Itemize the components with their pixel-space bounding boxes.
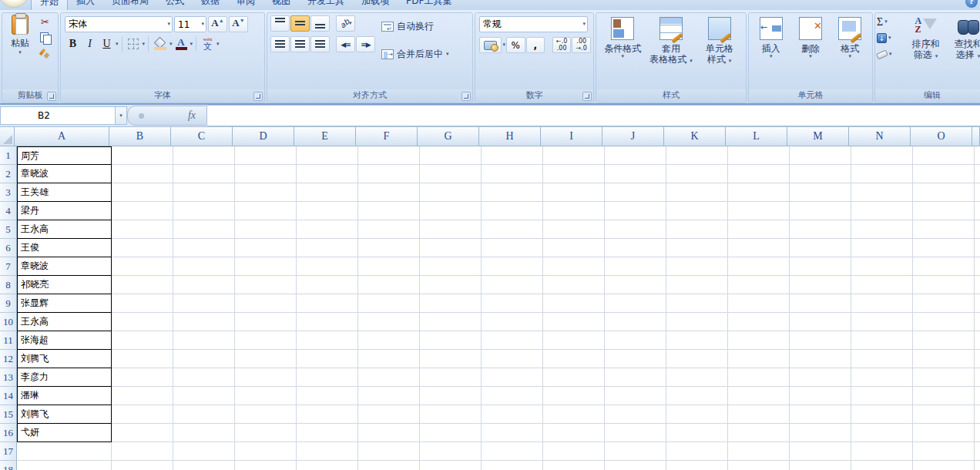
cell-E12[interactable]: [297, 350, 358, 368]
font-color-button[interactable]: A: [173, 35, 190, 52]
cell-B3[interactable]: [112, 183, 173, 202]
merge-center-dropdown-arrow[interactable]: ▾: [446, 52, 449, 57]
cell-N3[interactable]: [851, 183, 913, 202]
cell-partial-4[interactable]: [975, 202, 980, 220]
cell-H4[interactable]: [482, 202, 543, 220]
cell-E7[interactable]: [297, 257, 358, 276]
cell-M13[interactable]: [790, 368, 851, 387]
cell-C13[interactable]: [173, 368, 235, 387]
cell-L5[interactable]: [728, 220, 790, 239]
cell-C10[interactable]: [173, 313, 235, 331]
cell-M12[interactable]: [790, 350, 851, 368]
cell-A4[interactable]: 梁丹: [17, 202, 112, 220]
wrap-text-button[interactable]: 自动换行: [381, 18, 449, 35]
grow-font-button[interactable]: A▲: [208, 16, 227, 32]
cell-K2[interactable]: [666, 165, 728, 183]
cell-F16[interactable]: [358, 424, 420, 442]
column-header-O[interactable]: O: [911, 127, 972, 146]
cell-C12[interactable]: [173, 350, 235, 368]
tab-7[interactable]: 视图: [263, 0, 299, 10]
cell-M15[interactable]: [790, 405, 851, 424]
cell-A18[interactable]: [17, 461, 112, 470]
column-header-M[interactable]: M: [787, 127, 849, 146]
paste-button[interactable]: 粘贴 ▾: [4, 15, 36, 55]
cell-I3[interactable]: [543, 183, 605, 202]
cell-G7[interactable]: [420, 257, 482, 276]
row-header-10[interactable]: 10: [0, 313, 17, 331]
cell-G14[interactable]: [420, 387, 482, 405]
cell-F5[interactable]: [358, 220, 420, 239]
cell-J18[interactable]: [605, 461, 666, 470]
cell-L16[interactable]: [728, 424, 790, 442]
cell-I13[interactable]: [543, 368, 605, 387]
cell-O16[interactable]: [913, 424, 975, 442]
cell-A9[interactable]: 张显辉: [17, 294, 112, 313]
column-header-J[interactable]: J: [602, 127, 664, 146]
cell-partial-18[interactable]: [975, 461, 980, 470]
cell-I1[interactable]: [543, 146, 605, 165]
cell-N16[interactable]: [851, 424, 913, 442]
cell-K9[interactable]: [666, 294, 728, 313]
borders-button[interactable]: [126, 35, 142, 52]
cell-partial-6[interactable]: [975, 239, 980, 257]
cell-D15[interactable]: [235, 405, 297, 424]
decrease-decimal-button[interactable]: .00 →.0: [572, 37, 591, 53]
office-button[interactable]: [0, 0, 29, 8]
cell-L14[interactable]: [728, 387, 790, 405]
row-header-2[interactable]: 2: [0, 165, 17, 183]
cell-M16[interactable]: [790, 424, 851, 442]
cell-H17[interactable]: [482, 442, 543, 461]
tab-6[interactable]: 审阅: [228, 0, 263, 10]
align-bottom-button[interactable]: [310, 15, 330, 32]
cell-C9[interactable]: [173, 294, 235, 313]
alignment-dialog-launcher[interactable]: [461, 92, 471, 101]
accounting-dropdown-arrow[interactable]: ▾: [502, 42, 505, 48]
cell-M8[interactable]: [790, 276, 851, 294]
cell-G9[interactable]: [420, 294, 482, 313]
shrink-font-button[interactable]: A▼: [229, 16, 248, 32]
align-middle-button[interactable]: [290, 15, 310, 32]
cell-B2[interactable]: [112, 165, 173, 183]
cell-B8[interactable]: [112, 276, 173, 294]
row-header-1[interactable]: 1: [0, 146, 17, 165]
cell-M14[interactable]: [790, 387, 851, 405]
phonetic-guide-button[interactable]: wén 文: [200, 35, 216, 52]
cell-L12[interactable]: [728, 350, 790, 368]
cell-L7[interactable]: [728, 257, 790, 276]
cell-A1[interactable]: 周芳: [17, 146, 112, 165]
cell-K5[interactable]: [666, 220, 728, 239]
cell-M4[interactable]: [790, 202, 851, 220]
cell-C3[interactable]: [173, 183, 235, 202]
cell-J3[interactable]: [605, 183, 666, 202]
tab-1[interactable]: 开始: [31, 0, 68, 10]
underline-dropdown-arrow[interactable]: ▾: [116, 42, 119, 47]
cell-C6[interactable]: [173, 239, 235, 257]
fill-color-button[interactable]: [152, 35, 169, 52]
cell-M10[interactable]: [790, 313, 851, 331]
cell-A6[interactable]: 王俊: [17, 239, 112, 257]
cell-B12[interactable]: [112, 350, 173, 368]
cell-J14[interactable]: [605, 387, 666, 405]
cell-N17[interactable]: [851, 442, 913, 461]
delete-cells-button[interactable]: 删除 ▾: [790, 15, 830, 88]
cell-G2[interactable]: [420, 165, 482, 183]
cell-O14[interactable]: [913, 387, 975, 405]
cell-E6[interactable]: [297, 239, 358, 257]
fill-button[interactable]: ↓▾: [877, 31, 892, 45]
sort-filter-button[interactable]: A Z 排序和 筛选 ▾: [904, 13, 947, 60]
cell-H15[interactable]: [482, 405, 543, 424]
cell-J16[interactable]: [605, 424, 666, 442]
cell-C4[interactable]: [173, 202, 235, 220]
cell-B15[interactable]: [112, 405, 173, 424]
cell-F11[interactable]: [358, 331, 420, 350]
cell-K14[interactable]: [666, 387, 728, 405]
cell-F14[interactable]: [358, 387, 420, 405]
cell-partial-2[interactable]: [975, 165, 980, 183]
align-top-button[interactable]: [270, 15, 290, 32]
cell-K18[interactable]: [666, 461, 728, 470]
cell-A5[interactable]: 王永高: [17, 220, 112, 239]
cell-N6[interactable]: [851, 239, 913, 257]
chevron-down-icon[interactable]: ▾: [167, 22, 170, 27]
cell-B18[interactable]: [112, 461, 173, 470]
row-header-5[interactable]: 5: [0, 220, 17, 239]
